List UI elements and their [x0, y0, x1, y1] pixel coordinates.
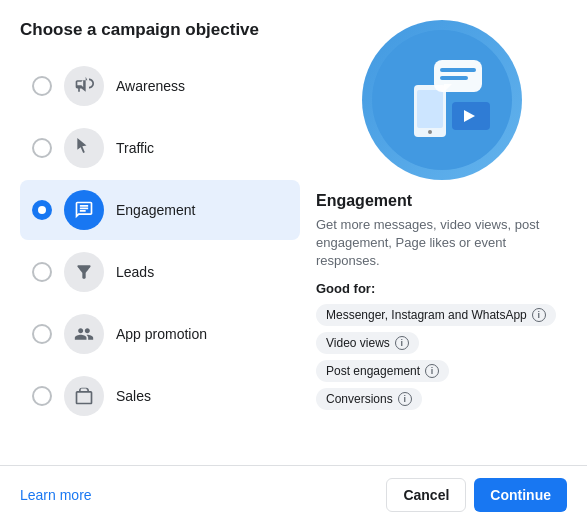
app-promotion-label: App promotion — [116, 326, 207, 342]
traffic-icon-circle — [64, 128, 104, 168]
svg-rect-6 — [440, 68, 476, 72]
cancel-button[interactable]: Cancel — [386, 478, 466, 512]
tag-post-engagement: Post engagement i — [316, 360, 449, 382]
svg-point-3 — [428, 130, 432, 134]
people-icon — [74, 324, 94, 344]
briefcase-icon — [74, 386, 94, 406]
detail-title: Engagement — [316, 192, 567, 210]
objective-item-sales[interactable]: Sales — [20, 366, 300, 426]
objective-item-engagement[interactable]: Engagement — [20, 180, 300, 240]
tag-video-views: Video views i — [316, 332, 419, 354]
tag-video-views-info-icon[interactable]: i — [395, 336, 409, 350]
svg-rect-7 — [440, 76, 468, 80]
traffic-label: Traffic — [116, 140, 154, 156]
tag-video-views-label: Video views — [326, 336, 390, 350]
app-promotion-icon-circle — [64, 314, 104, 354]
radio-leads[interactable] — [32, 262, 52, 282]
radio-sales[interactable] — [32, 386, 52, 406]
objective-item-traffic[interactable]: Traffic — [20, 118, 300, 178]
tag-conversions: Conversions i — [316, 388, 422, 410]
objective-list: Awareness Traffic — [20, 56, 300, 426]
awareness-icon-circle — [64, 66, 104, 106]
learn-more-link[interactable]: Learn more — [20, 487, 92, 503]
tag-messenger-info-icon[interactable]: i — [532, 308, 546, 322]
footer: Learn more Cancel Continue — [0, 465, 587, 524]
footer-buttons: Cancel Continue — [386, 478, 567, 512]
radio-awareness[interactable] — [32, 76, 52, 96]
tag-list: Messenger, Instagram and WhatsApp i Vide… — [316, 304, 567, 410]
sales-label: Sales — [116, 388, 151, 404]
detail-description: Get more messages, video views, post eng… — [316, 216, 567, 271]
tag-post-engagement-info-icon[interactable]: i — [425, 364, 439, 378]
engagement-label: Engagement — [116, 202, 195, 218]
sales-icon-circle — [64, 376, 104, 416]
illustration-svg — [372, 30, 512, 170]
megaphone-icon — [74, 76, 94, 96]
tag-messenger: Messenger, Instagram and WhatsApp i — [316, 304, 556, 326]
radio-traffic[interactable] — [32, 138, 52, 158]
objective-item-awareness[interactable]: Awareness — [20, 56, 300, 116]
good-for-label: Good for: — [316, 281, 567, 296]
page-title: Choose a campaign objective — [20, 20, 300, 40]
tag-conversions-info-icon[interactable]: i — [398, 392, 412, 406]
svg-rect-2 — [417, 90, 443, 128]
radio-inner-engagement — [38, 206, 46, 214]
radio-app-promotion[interactable] — [32, 324, 52, 344]
engagement-icon-circle — [64, 190, 104, 230]
objective-item-app-promotion[interactable]: App promotion — [20, 304, 300, 364]
engagement-illustration — [362, 20, 522, 180]
radio-engagement[interactable] — [32, 200, 52, 220]
awareness-label: Awareness — [116, 78, 185, 94]
cursor-icon — [74, 138, 94, 158]
detail-panel: Engagement Get more messages, video view… — [316, 20, 567, 455]
chat-icon — [74, 200, 94, 220]
tag-post-engagement-label: Post engagement — [326, 364, 420, 378]
leads-label: Leads — [116, 264, 154, 280]
continue-button[interactable]: Continue — [474, 478, 567, 512]
tag-conversions-label: Conversions — [326, 392, 393, 406]
funnel-icon — [74, 262, 94, 282]
tag-messenger-label: Messenger, Instagram and WhatsApp — [326, 308, 527, 322]
objective-item-leads[interactable]: Leads — [20, 242, 300, 302]
leads-icon-circle — [64, 252, 104, 292]
